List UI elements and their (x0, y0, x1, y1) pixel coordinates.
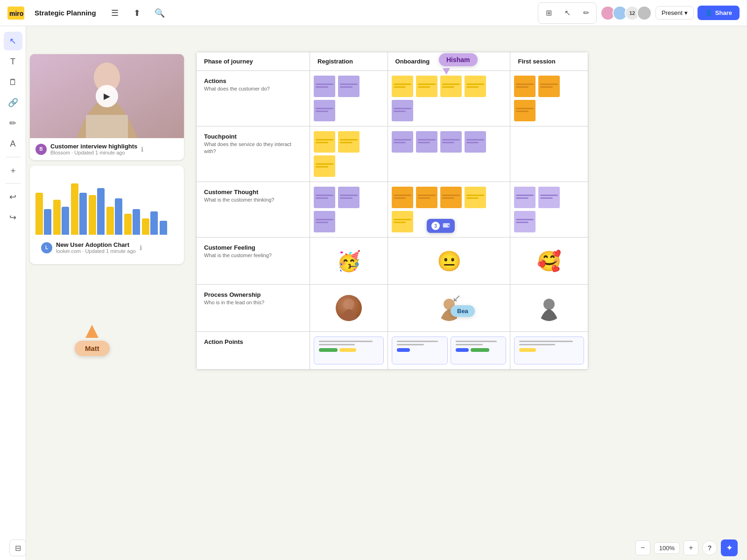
miro-logo[interactable]: miro (7, 7, 24, 20)
canvas[interactable]: ↖ T 🗒 🔗 ✏ A ＋ ↩ ↪ (0, 26, 747, 560)
share-button[interactable]: 👤 Share (698, 6, 740, 20)
sticky-note[interactable] (416, 76, 437, 97)
select-tool[interactable]: ↖ (4, 32, 22, 50)
video-card: ▶ B Customer interview highlights Blosso… (30, 54, 184, 160)
action-card-lines-3 (456, 341, 501, 345)
sticky-note[interactable] (416, 131, 437, 153)
touchpoint-reg-stickies (314, 131, 383, 177)
left-sidebar: ↖ T 🗒 🔗 ✏ A ＋ ↩ ↪ (0, 26, 26, 560)
pen-tool[interactable]: ✏ (4, 114, 22, 133)
zoom-out-button[interactable]: − (635, 540, 650, 555)
action-card-1[interactable] (314, 336, 383, 364)
sticky-note[interactable] (338, 131, 359, 153)
topbar-left: miro Strategic Planning ☰ ⬆ 🔍 (7, 5, 168, 21)
svg-rect-4 (86, 115, 128, 138)
sticky-note[interactable] (338, 187, 359, 208)
sticky-note[interactable] (392, 100, 413, 121)
card-info-icon-2[interactable]: ℹ (140, 244, 142, 252)
chart-card: L New User Adoption Chart looker.com · U… (30, 166, 184, 264)
sticky-note[interactable] (416, 187, 437, 208)
sticky-note[interactable] (314, 131, 335, 153)
bar-y7 (142, 218, 149, 235)
sidebar-separator (6, 157, 21, 157)
sticky-note[interactable] (392, 211, 413, 232)
action-card-3[interactable] (451, 336, 507, 364)
sticky-note[interactable] (314, 76, 335, 97)
sticky-note[interactable] (392, 187, 413, 208)
sticky-note[interactable] (465, 131, 486, 153)
connect-tool[interactable]: 🔗 (4, 93, 22, 112)
col-header-phase: Phase of journey (197, 52, 310, 71)
zoom-in-button[interactable]: + (684, 540, 698, 555)
customer-thought-subtitle: What is the customer thinking? (204, 196, 302, 203)
help-button[interactable]: ? (702, 540, 717, 555)
bar-y5 (106, 207, 114, 235)
add-tool[interactable]: ＋ (4, 161, 22, 180)
bar-b7 (150, 211, 158, 235)
card-footer-2: L New User Adoption Chart looker.com · U… (35, 237, 178, 259)
video-card-meta: Blossom · Updated 1 minute ago (50, 150, 137, 155)
main-table: Phase of journey Registration Onboarding… (196, 52, 588, 370)
bar-y4 (89, 195, 96, 235)
action-points-title: Action Points (204, 338, 302, 345)
sticky-note[interactable] (314, 187, 335, 208)
action-card-lines-2 (397, 341, 443, 345)
sticky-note[interactable] (392, 131, 413, 153)
process-ownership-title: Process Ownership (204, 291, 302, 298)
sticky-note[interactable] (314, 155, 335, 177)
export-icon[interactable]: ⬆ (129, 5, 146, 21)
shapes-tool[interactable]: A (4, 134, 22, 153)
board-title[interactable]: Strategic Planning (30, 7, 101, 19)
zoom-level-display: 100% (654, 542, 680, 554)
chart-card-info: New User Adoption Chart looker.com · Upd… (56, 241, 136, 254)
sticky-note[interactable] (314, 100, 335, 121)
magic-button[interactable]: ✦ (721, 539, 738, 556)
sticky-note[interactable] (440, 131, 462, 153)
sticky-note[interactable] (514, 187, 536, 208)
svg-point-7 (543, 299, 555, 310)
action-line (519, 341, 573, 342)
action-line (319, 341, 373, 342)
toolbar-group: ⊞ ↖ ✏ (538, 2, 597, 24)
hisham-cursor-area: Hisham (439, 53, 478, 75)
comment-badge[interactable]: 3 (427, 219, 455, 233)
card-info-icon-1[interactable]: ℹ (141, 146, 143, 153)
sticky-note[interactable] (538, 187, 560, 208)
sticky-note[interactable] (514, 76, 536, 97)
note-tool[interactable]: 🗒 (4, 73, 22, 91)
action-line (456, 344, 483, 345)
sticky-note[interactable] (392, 76, 413, 97)
action-tags-3 (456, 348, 501, 352)
sticky-note[interactable] (465, 187, 486, 208)
actions-onboarding-stickies (392, 76, 507, 121)
play-button[interactable]: ▶ (96, 85, 118, 107)
panel-toggle[interactable]: ⊟ (9, 539, 26, 556)
undo-tool[interactable]: ↩ (4, 188, 22, 206)
text-tool[interactable]: T (4, 52, 22, 71)
cf-onboarding-cell: 😐 (388, 238, 510, 285)
tag-blue (456, 348, 469, 352)
sticky-note[interactable] (314, 211, 335, 232)
cursor-icon[interactable]: ↖ (559, 5, 576, 21)
sticky-note[interactable] (538, 76, 560, 97)
sticky-note[interactable] (514, 100, 536, 121)
sticky-note[interactable] (440, 76, 462, 97)
action-card-2[interactable] (392, 336, 448, 364)
touchpoint-subtitle: What does the service do they interact w… (204, 141, 302, 155)
redo-tool[interactable]: ↪ (4, 208, 22, 227)
sticky-note[interactable] (440, 187, 462, 208)
actions-onboarding-cell (388, 71, 510, 126)
action-tags-2 (397, 348, 443, 352)
sticky-note[interactable] (465, 76, 486, 97)
share-icon: 👤 (705, 9, 712, 16)
marker-icon[interactable]: ✏ (578, 5, 594, 21)
present-button[interactable]: Present ▾ (655, 6, 694, 20)
action-tags-4 (519, 348, 579, 352)
apps-icon[interactable]: ⊞ (540, 5, 557, 21)
sticky-note[interactable] (514, 211, 536, 232)
sticky-note[interactable] (338, 76, 359, 97)
search-icon[interactable]: 🔍 (151, 5, 168, 21)
menu-icon[interactable]: ☰ (106, 5, 123, 21)
action-card-4[interactable] (514, 336, 584, 364)
bottom-bar: ⊟ − 100% + ? ✦ (0, 536, 747, 560)
